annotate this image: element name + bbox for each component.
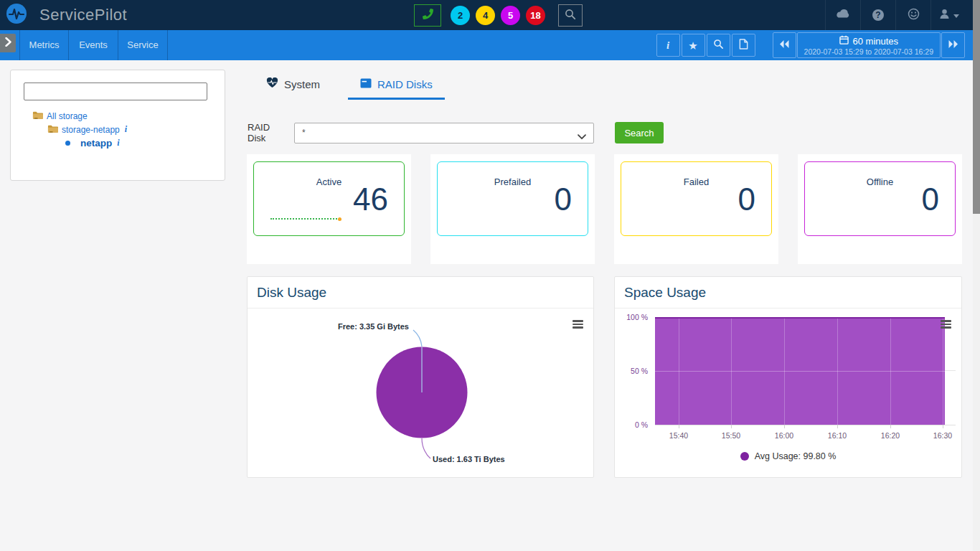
cloud-icon (835, 8, 851, 22)
gridline (945, 370, 956, 371)
chart-menu-icon[interactable] (941, 320, 951, 330)
tab-system[interactable]: System (254, 71, 332, 100)
time-back-button[interactable] (773, 32, 796, 58)
heart-pulse-icon (266, 77, 278, 90)
raid-disk-select[interactable]: * (294, 123, 594, 143)
x-axis-tick: 15:50 (715, 431, 747, 440)
stat-card-active: Active 46 (247, 154, 411, 264)
stat-card-prefailed: Prefailed 0 (430, 154, 595, 264)
tab-raid-disks[interactable]: RAID Disks (348, 71, 445, 100)
alarm-badge-cyan[interactable]: 2 (451, 6, 470, 25)
alarm-badge-red[interactable]: 18 (526, 6, 545, 25)
stat-card-offline: Offline 0 (798, 154, 962, 264)
pie-chart-graphic (248, 309, 595, 477)
stat-value: 46 (353, 182, 388, 217)
pie-label-used: Used: 1.63 Ti Bytes (433, 455, 505, 463)
gridline (890, 319, 891, 425)
gridline (943, 319, 943, 425)
smiley-icon (908, 8, 920, 23)
search-button[interactable]: Search (615, 122, 664, 143)
info-icon: i (666, 39, 669, 52)
stat-value: 0 (555, 182, 572, 217)
area-series (655, 317, 945, 425)
brand-title: ServicePilot (39, 6, 127, 24)
panel-title: Disk Usage (248, 277, 593, 309)
help-icon: ? (872, 9, 884, 21)
tree-item-label: storage-netapp (62, 125, 120, 135)
sidebar-toggle-button[interactable] (0, 34, 16, 52)
tree-item-all-storage[interactable]: All storage (11, 109, 225, 123)
nav-search-button[interactable] (707, 34, 730, 57)
x-axis-tick-mark (679, 425, 679, 428)
raid-disk-filter-label: RAID Disk (248, 122, 288, 143)
x-axis-tick: 16:30 (927, 431, 958, 440)
nav-item-service[interactable]: Service (118, 30, 168, 60)
alarm-badge-magenta[interactable]: 5 (501, 6, 520, 25)
legend-dot-icon (740, 452, 749, 461)
tree-item-label: netapp (74, 138, 112, 149)
folder-icon (32, 110, 43, 123)
gridline (731, 319, 732, 425)
gridline (655, 371, 945, 372)
calendar-icon (839, 35, 849, 47)
space-usage-chart: 100 % 50 % 0 % 15:40 15:50 16:00 (615, 309, 961, 477)
x-axis-tick: 16:10 (821, 431, 853, 440)
cloud-button[interactable] (825, 0, 860, 30)
y-axis-tick: 100 % (626, 313, 648, 321)
help-button[interactable]: ? (860, 0, 895, 30)
page-scrollbar[interactable] (973, 0, 980, 551)
raid-disk-filter: RAID Disk * Search (248, 122, 664, 143)
alarm-toolbar: 2 4 5 18 (414, 4, 583, 27)
nav-items: Metrics Events Service (19, 30, 168, 60)
time-forward-button[interactable] (941, 32, 965, 58)
time-duration: 60 minutes (853, 36, 899, 47)
chart-menu-icon[interactable] (573, 320, 583, 330)
tree-search-input[interactable] (24, 83, 207, 100)
resource-tree-panel: All storage storage-netapp i netapp i (10, 70, 225, 181)
document-icon (739, 39, 748, 52)
gridline (679, 319, 679, 425)
panel-title: Space Usage (615, 277, 961, 309)
pie-label-free: Free: 3.35 Gi Bytes (338, 322, 409, 331)
tree-item-storage-netapp[interactable]: storage-netapp i (11, 123, 225, 136)
x-axis-tick-mark (890, 425, 891, 428)
gridline (784, 319, 785, 425)
x-axis-tick-mark (784, 425, 785, 428)
phone-button[interactable] (414, 4, 441, 27)
alarm-badge-yellow[interactable]: 4 (476, 6, 495, 25)
raid-status-cards: Active 46 Prefailed 0 Failed 0 Offline 0 (247, 154, 962, 264)
chevron-right-icon (5, 37, 11, 50)
nav-bar: Metrics Events Service i ★ (0, 30, 980, 60)
servicepilot-dashboard: ServicePilot 2 4 5 18 (0, 0, 980, 551)
brand: ServicePilot (6, 0, 127, 30)
favorite-button[interactable]: ★ (682, 34, 705, 57)
stat-card-failed: Failed 0 (614, 154, 778, 264)
tab-label: RAID Disks (377, 78, 433, 90)
star-icon: ★ (688, 40, 697, 51)
nav-item-events[interactable]: Events (69, 30, 118, 60)
info-icon[interactable]: i (123, 124, 127, 135)
raid-disk-icon (360, 78, 372, 90)
time-range-display[interactable]: 60 minutes 2020-07-03 15:29 to 2020-07-0… (797, 32, 941, 58)
user-icon (938, 8, 951, 23)
search-icon (565, 9, 576, 22)
nav-item-metrics[interactable]: Metrics (19, 30, 69, 60)
top-right-menu: ? (825, 0, 966, 30)
report-button[interactable] (732, 34, 755, 57)
resource-tree: All storage storage-netapp i netapp i (11, 109, 225, 150)
time-range-text: 2020-07-03 15:29 to 2020-07-03 16:29 (804, 47, 933, 56)
y-axis-tick: 0 % (635, 420, 648, 429)
x-axis-tick-mark (731, 425, 732, 428)
scrollbar-thumb[interactable] (973, 0, 980, 214)
chart-legend-item[interactable]: Avg Usage: 99.80 % (615, 451, 961, 461)
info-icon[interactable]: i (116, 138, 119, 149)
disk-usage-chart: Free: 3.35 Gi Bytes Used: 1.63 Ti Bytes (248, 309, 593, 477)
nav-toolbar: i ★ (655, 30, 965, 60)
feedback-button[interactable] (895, 0, 930, 30)
tree-item-netapp[interactable]: netapp i (11, 136, 225, 150)
x-axis-tick-mark (943, 425, 943, 428)
global-search-button[interactable] (558, 4, 583, 27)
info-button[interactable]: i (656, 34, 680, 57)
user-menu-button[interactable] (930, 0, 966, 30)
space-usage-panel: Space Usage 100 % 50 % 0 % 15:40 (614, 276, 962, 478)
